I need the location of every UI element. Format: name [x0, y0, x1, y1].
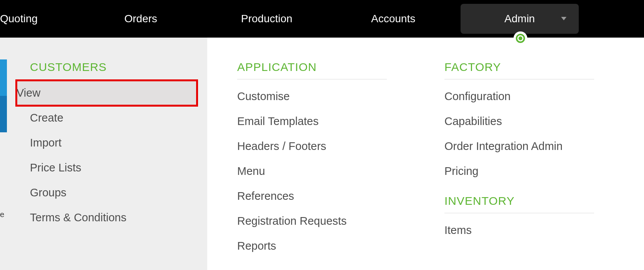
customers-create[interactable]: Create: [30, 105, 207, 130]
inventory-underline: [444, 213, 594, 213]
factory-column: FACTORY Configuration Capabilities Order…: [414, 61, 622, 270]
application-references[interactable]: References: [237, 184, 414, 209]
application-email-templates[interactable]: Email Templates: [237, 109, 414, 134]
customers-view-label: View: [17, 87, 40, 99]
active-indicator-icon: [514, 31, 527, 45]
nav-orders[interactable]: Orders: [124, 13, 157, 25]
chevron-down-icon: [561, 17, 566, 21]
customers-import[interactable]: Import: [30, 130, 207, 155]
edge-cropped-text: es: [0, 210, 5, 219]
factory-order-integration-admin[interactable]: Order Integration Admin: [444, 134, 622, 159]
inventory-heading: INVENTORY: [444, 194, 622, 207]
highlight-border-icon: [15, 79, 198, 107]
factory-configuration[interactable]: Configuration: [444, 84, 622, 109]
customers-price-lists[interactable]: Price Lists: [30, 155, 207, 180]
application-menu[interactable]: Menu: [237, 159, 414, 184]
factory-pricing[interactable]: Pricing: [444, 159, 622, 184]
top-nav: Quoting Orders Production Accounts Admin: [0, 0, 644, 38]
factory-heading: FACTORY: [444, 61, 622, 74]
nav-accounts[interactable]: Accounts: [371, 13, 415, 25]
application-list: Customise Email Templates Headers / Foot…: [237, 84, 414, 258]
application-headers-footers[interactable]: Headers / Footers: [237, 134, 414, 159]
application-underline: [237, 79, 387, 79]
customers-groups[interactable]: Groups: [30, 180, 207, 205]
main-panel: APPLICATION Customise Email Templates He…: [207, 38, 644, 270]
nav-quoting[interactable]: Quoting: [0, 13, 38, 25]
nav-production[interactable]: Production: [241, 13, 292, 25]
application-registration-requests[interactable]: Registration Requests: [237, 209, 414, 234]
application-reports[interactable]: Reports: [237, 234, 414, 258]
customers-list: View Create Import Price Lists Groups Te…: [30, 81, 207, 230]
sidebar-customers: es CUSTOMERS View Create Import Price Li…: [0, 38, 207, 270]
application-column: APPLICATION Customise Email Templates He…: [207, 61, 414, 270]
nav-admin-label: Admin: [504, 13, 535, 25]
factory-underline: [444, 79, 594, 79]
application-heading: APPLICATION: [237, 61, 414, 74]
factory-capabilities[interactable]: Capabilities: [444, 109, 622, 134]
nav-admin-dropdown[interactable]: Admin: [461, 4, 579, 34]
svg-marker-0: [561, 17, 566, 20]
factory-list: Configuration Capabilities Order Integra…: [444, 84, 622, 184]
customers-heading: CUSTOMERS: [30, 61, 207, 74]
application-customise[interactable]: Customise: [237, 84, 414, 109]
inventory-items[interactable]: Items: [444, 218, 622, 243]
customers-terms-conditions[interactable]: Terms & Conditions: [30, 205, 207, 230]
content-area: es CUSTOMERS View Create Import Price Li…: [0, 38, 644, 270]
customers-view[interactable]: View: [17, 81, 197, 105]
edge-marker-icon: [0, 59, 7, 132]
inventory-list: Items: [444, 218, 622, 243]
